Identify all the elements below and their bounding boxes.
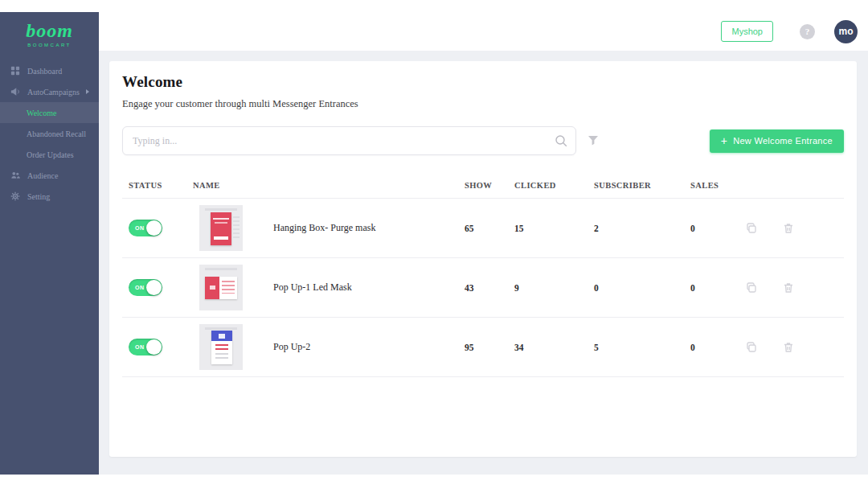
entrance-name: Pop Up-1 Led Mask [273, 281, 352, 294]
table-row: ON Pop Up-2 95 34 5 0 [122, 318, 844, 377]
header-clicked: CLICKED [508, 181, 588, 190]
cell-clicked: 15 [508, 224, 588, 233]
cell-sales: 0 [684, 283, 734, 293]
cell-status: ON [122, 220, 193, 236]
status-toggle[interactable]: ON [129, 279, 162, 296]
myshop-button[interactable]: Myshop [721, 21, 773, 42]
sidebar-item-label: AutoCampaigns [27, 88, 80, 97]
plus-icon: + [721, 135, 727, 146]
cell-show: 65 [458, 224, 508, 233]
page-subtitle: Engage your customer through multi Messe… [122, 98, 844, 110]
cell-subscriber: 2 [588, 224, 684, 233]
cell-status: ON [122, 339, 193, 355]
row-thumbnail [199, 265, 243, 310]
entrance-name: Pop Up-2 [273, 341, 310, 353]
search-input[interactable] [122, 126, 576, 155]
cell-actions [734, 281, 844, 294]
toolbar: + New Welcome Entrance [122, 126, 844, 155]
sidebar-subitem-label: Order Updates [27, 150, 74, 159]
toggle-knob [146, 339, 162, 355]
entrance-name: Hanging Box- Purge mask [273, 222, 375, 234]
header-sales: SALES [684, 181, 734, 190]
header-subscriber: SUBSCRIBER [588, 181, 684, 190]
sidebar-item-audience[interactable]: Audience [0, 165, 99, 186]
copy-icon[interactable] [745, 341, 758, 354]
row-thumbnail [199, 324, 243, 370]
sidebar-item-order-updates[interactable]: Order Updates [0, 144, 99, 165]
avatar[interactable]: mo [834, 20, 858, 43]
app-logo[interactable]: boom BOOMCART [0, 12, 99, 54]
table-row: ON Pop Up-1 Led Mask 43 9 0 0 [122, 258, 844, 318]
chevron-right-icon [86, 89, 89, 94]
cell-name: Hanging Box- Purge mask [193, 205, 458, 251]
help-icon[interactable]: ? [800, 24, 815, 39]
sidebar-item-label: Audience [27, 171, 58, 180]
app-canvas: boom BOOMCART Dashboard AutoCampaigns We… [0, 0, 868, 489]
header-show: SHOW [458, 181, 508, 190]
search-icon[interactable] [554, 134, 568, 148]
logo-wordmark: boom [0, 21, 99, 40]
toggle-knob [146, 220, 162, 236]
sidebar-item-label: Setting [27, 192, 50, 201]
entrances-table: STATUS NAME SHOW CLICKED SUBSCRIBER SALE… [122, 173, 844, 377]
topbar: Myshop ? mo [99, 12, 868, 51]
toggle-on-label: ON [135, 225, 145, 231]
cell-clicked: 34 [508, 343, 588, 352]
sidebar-nav: Dashboard AutoCampaigns Welcome Abandone… [0, 60, 99, 207]
sidebar-item-dashboard[interactable]: Dashboard [0, 60, 99, 81]
cell-status: ON [122, 279, 193, 296]
sidebar-item-setting[interactable]: Setting [0, 186, 99, 207]
cell-actions [734, 222, 844, 235]
cell-name: Pop Up-1 Led Mask [193, 265, 458, 310]
cell-name: Pop Up-2 [193, 324, 458, 370]
page-title: Welcome [122, 73, 844, 91]
sidebar-item-label: Dashboard [27, 67, 62, 76]
dashboard-icon [10, 66, 20, 76]
search-box [122, 126, 576, 155]
sidebar-item-welcome[interactable]: Welcome [0, 102, 99, 123]
status-toggle[interactable]: ON [129, 339, 162, 355]
header-name: NAME [193, 181, 458, 190]
cell-show: 95 [458, 343, 508, 352]
cell-show: 43 [458, 283, 508, 293]
filter-icon[interactable] [587, 134, 600, 147]
delete-icon[interactable] [782, 222, 795, 235]
header-status: STATUS [122, 181, 193, 190]
cell-sales: 0 [684, 343, 734, 352]
delete-icon[interactable] [782, 281, 795, 294]
cell-actions [734, 341, 844, 354]
audience-icon [10, 171, 20, 180]
table-header-row: STATUS NAME SHOW CLICKED SUBSCRIBER SALE… [122, 173, 844, 199]
toggle-knob [146, 280, 162, 295]
sidebar: boom BOOMCART Dashboard AutoCampaigns We… [0, 12, 99, 475]
copy-icon[interactable] [745, 281, 758, 294]
main-content: Welcome Engage your customer through mul… [99, 51, 868, 475]
table-row: ON Hanging Box- Purge mask 65 15 2 [122, 199, 844, 258]
welcome-card: Welcome Engage your customer through mul… [109, 61, 857, 457]
toggle-on-label: ON [135, 344, 145, 350]
sidebar-subitem-label: Abandoned Recall [27, 129, 86, 138]
cell-sales: 0 [684, 224, 734, 233]
row-thumbnail [199, 205, 243, 251]
gear-icon [10, 191, 20, 201]
cell-subscriber: 0 [588, 283, 684, 293]
status-toggle[interactable]: ON [129, 220, 162, 236]
campaign-icon [10, 87, 20, 97]
copy-icon[interactable] [745, 222, 758, 235]
new-welcome-entrance-label: New Welcome Entrance [733, 136, 833, 146]
logo-tagline: BOOMCART [0, 43, 99, 47]
new-welcome-entrance-button[interactable]: + New Welcome Entrance [710, 129, 844, 153]
delete-icon[interactable] [782, 341, 795, 354]
cell-clicked: 9 [508, 283, 588, 293]
sidebar-item-autocampaigns[interactable]: AutoCampaigns [0, 81, 99, 102]
sidebar-subitem-label: Welcome [27, 109, 57, 117]
cell-subscriber: 5 [588, 343, 684, 352]
sidebar-item-abandoned-recall[interactable]: Abandoned Recall [0, 123, 99, 144]
toggle-on-label: ON [135, 285, 145, 290]
